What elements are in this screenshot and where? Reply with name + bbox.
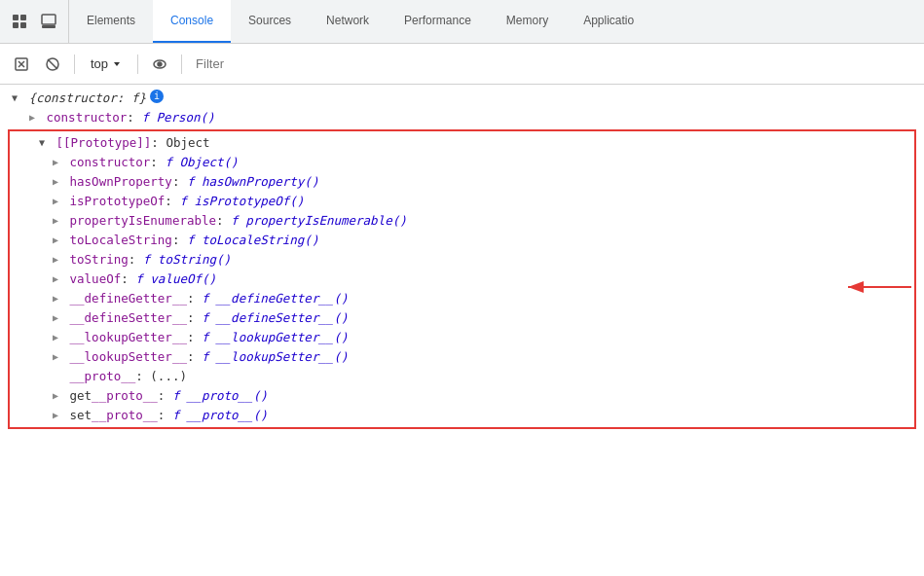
constructor-person-line: ▶ constructor: f Person() <box>0 108 924 127</box>
proto-item-11: __proto__: (...) <box>10 367 914 386</box>
filter-input[interactable] <box>190 52 916 77</box>
proto-item-10: ▶ __lookupSetter__: f __lookupSetter__() <box>10 347 914 367</box>
clear-console-button[interactable] <box>8 51 35 78</box>
arrow-1[interactable]: ▶ <box>49 175 62 189</box>
prototype-expand-arrow[interactable]: ▼ <box>35 136 49 150</box>
svg-rect-2 <box>13 22 18 28</box>
root-expand-arrow[interactable]: ▼ <box>8 91 21 105</box>
svg-point-13 <box>158 62 162 66</box>
prototype-line: ▼ [[Prototype]]: Object <box>10 133 914 153</box>
proto-item-0: ▶ constructor: f Object() <box>10 153 914 172</box>
tab-sources[interactable]: Sources <box>231 0 309 43</box>
tab-application[interactable]: Applicatio <box>566 0 651 43</box>
arrow-8[interactable]: ▶ <box>49 311 62 325</box>
arrow-2[interactable]: ▶ <box>49 195 62 208</box>
toolbar-divider <box>74 54 75 74</box>
prototype-box: ▼ [[Prototype]]: Object ▶ constructor: f… <box>8 129 916 429</box>
block-icon[interactable] <box>39 51 66 78</box>
proto-item-2: ▶ isPrototypeOf: f isPrototypeOf() <box>10 192 914 211</box>
arrow-5[interactable]: ▶ <box>49 253 62 267</box>
arrow-10[interactable]: ▶ <box>49 350 62 364</box>
svg-rect-3 <box>20 22 26 28</box>
arrow-6[interactable]: ▶ <box>49 272 62 286</box>
svg-line-10 <box>48 59 57 69</box>
eye-button[interactable] <box>146 51 173 78</box>
svg-marker-11 <box>114 62 120 66</box>
arrow-9[interactable]: ▶ <box>49 331 62 344</box>
proto-item-8: ▶ __defineSetter__: f __defineSetter__() <box>10 308 914 328</box>
proto-item-1: ▶ hasOwnProperty: f hasOwnProperty() <box>10 172 914 192</box>
svg-rect-4 <box>42 15 55 24</box>
arrow-7[interactable]: ▶ <box>49 292 62 306</box>
tab-icons <box>0 0 69 43</box>
proto-item-13: ▶ set __proto__: f __proto__() <box>10 406 914 425</box>
arrow-13[interactable]: ▶ <box>49 409 62 422</box>
proto-item-9: ▶ __lookupGetter__: f __lookupGetter__() <box>10 328 914 347</box>
proto-item-3: ▶ propertyIsEnumerable: f propertyIsEnum… <box>10 211 914 231</box>
proto-item-12: ▶ get __proto__: f __proto__() <box>10 386 914 406</box>
info-icon[interactable]: i <box>150 90 164 103</box>
context-selector[interactable]: top <box>83 54 129 74</box>
proto-item-4: ▶ toLocaleString: f toLocaleString() <box>10 231 914 250</box>
svg-rect-0 <box>13 15 18 20</box>
dock-icon[interactable] <box>37 10 60 33</box>
console-toolbar: top <box>0 44 924 85</box>
tab-bar: Elements Console Sources Network Perform… <box>0 0 924 44</box>
proto-item-6: ▶ valueOf: f valueOf() <box>10 270 914 289</box>
root-label: {constructor: f} <box>21 90 146 107</box>
tab-performance[interactable]: Performance <box>387 0 489 43</box>
proto-item-5: ▶ toString: f toString() <box>10 250 914 270</box>
root-object-line: ▼ {constructor: f} i <box>0 89 924 108</box>
constructor-expand-arrow[interactable]: ▶ <box>25 111 39 125</box>
svg-rect-5 <box>42 25 55 28</box>
arrow-12[interactable]: ▶ <box>49 389 62 403</box>
arrow-3[interactable]: ▶ <box>49 214 62 228</box>
console-area: ▼ {constructor: f} i ▶ constructor: f Pe… <box>0 85 924 576</box>
arrow-4[interactable]: ▶ <box>49 234 62 247</box>
toolbar-divider-3 <box>181 54 182 74</box>
tab-memory[interactable]: Memory <box>489 0 566 43</box>
tab-network[interactable]: Network <box>309 0 387 43</box>
proto-item-7: ▶ __defineGetter__: f __defineGetter__() <box>10 289 914 308</box>
devtools-icon[interactable] <box>8 10 31 33</box>
arrow-0[interactable]: ▶ <box>49 156 62 169</box>
tab-console[interactable]: Console <box>153 0 231 43</box>
tab-elements[interactable]: Elements <box>69 0 153 43</box>
toolbar-divider-2 <box>137 54 138 74</box>
svg-rect-1 <box>20 15 26 20</box>
